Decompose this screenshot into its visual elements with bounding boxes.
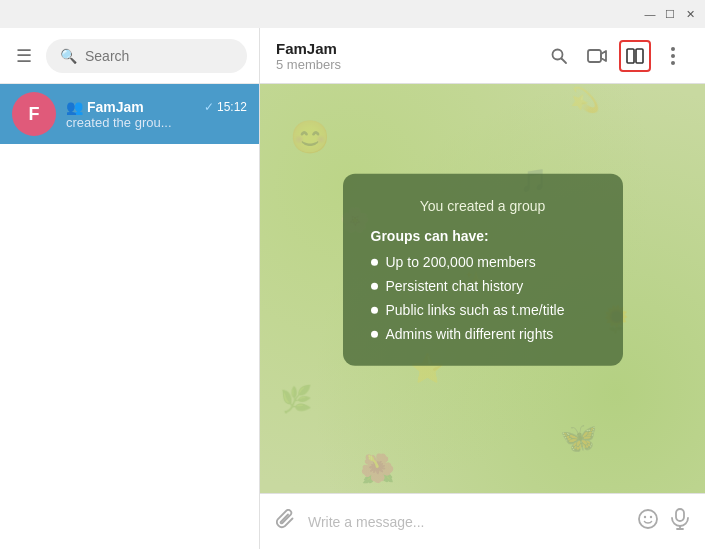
chat-name-icon: 👥 [66, 99, 83, 115]
svg-line-1 [562, 58, 567, 63]
sidebar-header: ☰ 🔍 [0, 28, 259, 84]
chat-title: FamJam 5 members [276, 40, 531, 72]
list-item-text: Up to 200,000 members [386, 253, 536, 269]
svg-point-19 [644, 515, 646, 517]
chat-list-item[interactable]: F 👥 FamJam ✓ 15:12 created the grou... [0, 84, 259, 144]
svg-text:🌿: 🌿 [280, 383, 313, 415]
svg-rect-4 [636, 49, 643, 63]
svg-text:🌺: 🌺 [360, 452, 395, 485]
list-item: Up to 200,000 members [371, 253, 595, 269]
chat-time: ✓ 15:12 [204, 100, 247, 114]
message-bar [260, 493, 705, 549]
message-input[interactable] [308, 514, 625, 530]
bullet-icon [371, 258, 378, 265]
svg-text:💫: 💫 [570, 85, 600, 114]
list-item-text: Admins with different rights [386, 325, 554, 341]
list-item: Persistent chat history [371, 277, 595, 293]
search-icon [550, 47, 568, 65]
list-item-text: Public links such as t.me/title [386, 301, 565, 317]
search-button[interactable] [543, 40, 575, 72]
info-card-subtitle: Groups can have: [371, 227, 595, 243]
svg-point-5 [671, 47, 675, 51]
search-input[interactable] [85, 48, 233, 64]
header-actions [543, 40, 689, 72]
members-panel-icon [626, 48, 644, 64]
avatar: F [12, 92, 56, 136]
emoji-icon[interactable] [637, 508, 659, 536]
more-button[interactable] [657, 40, 689, 72]
svg-point-7 [671, 61, 675, 65]
attach-icon[interactable] [276, 509, 296, 534]
svg-rect-3 [627, 49, 634, 63]
bullet-icon [371, 282, 378, 289]
svg-rect-21 [676, 509, 684, 521]
app-body: ☰ 🔍 F 👥 FamJam ✓ 15:12 cr [0, 28, 705, 549]
info-card-list: Up to 200,000 members Persistent chat hi… [371, 253, 595, 341]
list-item-text: Persistent chat history [386, 277, 524, 293]
mic-icon[interactable] [671, 508, 689, 535]
chat-info: 👥 FamJam ✓ 15:12 created the grou... [66, 99, 247, 130]
chat-name-text: FamJam [87, 99, 144, 115]
chat-name-row: 👥 FamJam ✓ 15:12 [66, 99, 247, 115]
list-item: Admins with different rights [371, 325, 595, 341]
search-box: 🔍 [46, 39, 247, 73]
sidebar: ☰ 🔍 F 👥 FamJam ✓ 15:12 cr [0, 28, 260, 549]
members-panel-button[interactable] [619, 40, 651, 72]
title-bar: — ☐ ✕ [0, 0, 705, 28]
maximize-button[interactable]: ☐ [663, 7, 677, 21]
svg-point-6 [671, 54, 675, 58]
minimize-button[interactable]: — [643, 7, 657, 21]
svg-text:😊: 😊 [290, 118, 330, 156]
chat-time-value: 15:12 [217, 100, 247, 114]
bullet-icon [371, 306, 378, 313]
chat-name: 👥 FamJam [66, 99, 144, 115]
svg-rect-2 [588, 50, 601, 62]
svg-point-18 [639, 510, 657, 528]
chat-area: FamJam 5 members [260, 28, 705, 549]
chat-preview: created the grou... [66, 115, 247, 130]
chat-title-subtitle: 5 members [276, 57, 531, 72]
bullet-icon [371, 330, 378, 337]
check-icon: ✓ [204, 100, 214, 114]
search-icon: 🔍 [60, 48, 77, 64]
info-card-title: You created a group [371, 197, 595, 213]
list-item: Public links such as t.me/title [371, 301, 595, 317]
video-button[interactable] [581, 40, 613, 72]
more-icon [671, 47, 675, 65]
video-icon [587, 48, 607, 64]
info-card: You created a group Groups can have: Up … [343, 173, 623, 365]
svg-point-20 [650, 515, 652, 517]
chat-title-name: FamJam [276, 40, 531, 57]
chat-header: FamJam 5 members [260, 28, 705, 84]
svg-text:🦋: 🦋 [560, 420, 598, 456]
hamburger-icon[interactable]: ☰ [12, 41, 36, 71]
close-button[interactable]: ✕ [683, 7, 697, 21]
